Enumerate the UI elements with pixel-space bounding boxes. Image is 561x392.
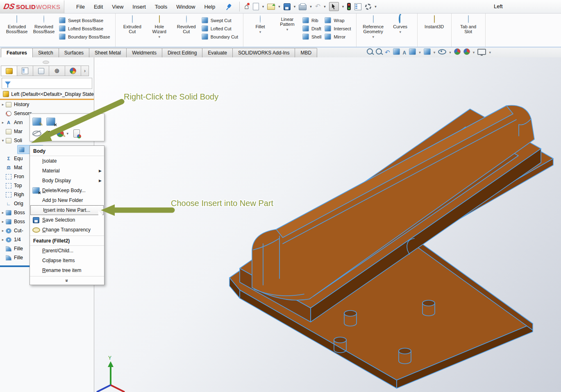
- edit-body-icon[interactable]: [32, 118, 41, 126]
- tree-expand-arrow[interactable]: ▸: [0, 220, 6, 224]
- tab-mbd[interactable]: MBD: [295, 48, 317, 57]
- tab-displaymanager[interactable]: [65, 66, 81, 76]
- undo-dropdown-icon[interactable]: ▾: [324, 5, 326, 9]
- ribbon-boundary-cut-button[interactable]: Boundary Cut: [202, 34, 238, 40]
- ribbon-shell-button[interactable]: Shell: [302, 34, 321, 40]
- hole-wizard-dropdown-icon[interactable]: ▾: [146, 35, 173, 39]
- print-dropdown-icon[interactable]: ▾: [310, 5, 312, 9]
- tab-featuremanager[interactable]: [1, 66, 17, 76]
- view-orientation-dropdown-icon[interactable]: ▾: [419, 50, 421, 54]
- hide-show-items-dropdown-icon[interactable]: ▾: [449, 50, 451, 54]
- menu-expand-chevron[interactable]: »: [30, 276, 104, 284]
- hide-body-icon[interactable]: [32, 131, 41, 136]
- ribbon-tab-and-slot-button[interactable]: Tab andSlot: [455, 15, 482, 34]
- ribbon-swept-boss-base-button[interactable]: Swept Boss/Base: [59, 17, 110, 23]
- view-zoom-to-fit-button[interactable]: [367, 48, 373, 56]
- view-view-settings-button[interactable]: [477, 48, 486, 57]
- ribbon-lofted-boss-base-button[interactable]: Lofted Boss/Base: [59, 25, 110, 32]
- move-body-icon[interactable]: ↥: [46, 129, 52, 137]
- display-style-dropdown-icon[interactable]: ▾: [434, 50, 436, 54]
- qbtn-document-properties[interactable]: [353, 2, 363, 11]
- view-view-orientation-button[interactable]: [409, 48, 416, 57]
- new-document-dropdown-icon[interactable]: ▾: [262, 5, 264, 9]
- menu-help[interactable]: Help: [200, 1, 220, 12]
- menu-file[interactable]: File: [72, 1, 89, 12]
- tree-expand-arrow[interactable]: ▸: [0, 229, 6, 233]
- edit-appearance-icon[interactable]: [57, 130, 64, 137]
- delete-body-icon[interactable]: [46, 118, 55, 126]
- qbtn-select[interactable]: [328, 1, 340, 12]
- view-display-style-button[interactable]: [424, 48, 431, 57]
- panel-tabs-overflow[interactable]: ›: [81, 66, 89, 76]
- ribbon-boundary-boss-base-button[interactable]: Boundary Boss/Base: [59, 34, 110, 40]
- ribbon-instant3d-button[interactable]: Instant3D: [421, 15, 448, 29]
- tree-expand-arrow[interactable]: ▸: [0, 102, 6, 106]
- ribbon-intersect-button[interactable]: Intersect: [325, 25, 351, 32]
- copy-appearance-icon[interactable]: [73, 129, 80, 138]
- menu-item-insert-into-new-part[interactable]: Insert into New Part...: [30, 205, 104, 215]
- tab-direct-editing[interactable]: Direct Editing: [162, 48, 202, 57]
- curves-dropdown-icon[interactable]: ▾: [387, 30, 414, 34]
- panel-splitter-grip[interactable]: [43, 61, 49, 64]
- tab-weldments[interactable]: Weldments: [126, 48, 162, 57]
- menu-insert[interactable]: Insert: [128, 1, 150, 12]
- tab-features[interactable]: Features: [1, 48, 33, 57]
- tab-sheet-metal[interactable]: Sheet Metal: [89, 48, 127, 57]
- view-hide-show-items-button[interactable]: [438, 49, 446, 56]
- tab-evaluate[interactable]: Evaluate: [202, 48, 233, 57]
- ribbon-swept-cut-button[interactable]: Swept Cut: [202, 17, 238, 23]
- view-edit-appearance-button[interactable]: [454, 48, 461, 57]
- reference-geometry-dropdown-icon[interactable]: ▾: [360, 35, 387, 39]
- tab-sketch[interactable]: Sketch: [32, 48, 59, 57]
- menu-window[interactable]: Window: [172, 1, 200, 12]
- qbtn-traffic-light[interactable]: [346, 2, 352, 11]
- qbtn-new-document[interactable]: [252, 2, 260, 11]
- ribbon-fillet-button[interactable]: Fillet▾: [247, 15, 274, 34]
- menu-item-parent-child[interactable]: Parent/Child...: [30, 246, 104, 256]
- ribbon-revolved-boss-base-button[interactable]: RevolvedBoss/Base: [30, 15, 57, 34]
- qbtn-save[interactable]: [282, 2, 292, 11]
- tree-expand-arrow[interactable]: ▸: [0, 211, 6, 215]
- menu-item-add-to-new-folder[interactable]: Add to New Folder: [30, 195, 104, 205]
- ribbon-mirror-button[interactable]: Mirror: [325, 34, 351, 40]
- tree-item-history[interactable]: ▸History: [0, 100, 94, 109]
- view-settings-dropdown-icon[interactable]: ▾: [489, 50, 491, 54]
- menu-item-save-selection[interactable]: Save Selection: [30, 215, 104, 225]
- tab-surfaces[interactable]: Surfaces: [59, 48, 89, 57]
- 3d-model-canvas[interactable]: Y: [94, 57, 561, 392]
- tree-expand-arrow[interactable]: ▾: [0, 138, 6, 143]
- view-previous-view-button[interactable]: ↶: [385, 49, 390, 56]
- linear-pattern-dropdown-icon[interactable]: ▾: [274, 27, 301, 32]
- qbtn-options[interactable]: [364, 3, 372, 11]
- view-apply-scene-button[interactable]: [463, 48, 470, 57]
- menu-item-change-transparency[interactable]: Change Transparency: [30, 225, 104, 235]
- pin-menu-icon[interactable]: [226, 4, 232, 9]
- ribbon-rib-button[interactable]: Rib: [302, 17, 321, 23]
- tree-root-item[interactable]: Left (Default<<Default>_Display State: [0, 90, 94, 98]
- tab-configurationmanager[interactable]: [33, 66, 49, 76]
- menu-item-rename-tree-item[interactable]: Rename tree item: [30, 265, 104, 275]
- open-dropdown-icon[interactable]: ▾: [278, 5, 280, 9]
- ribbon-extruded-boss-base-button[interactable]: ExtrudedBoss/Base: [3, 15, 30, 34]
- qbtn-open[interactable]: [266, 3, 276, 11]
- menu-edit[interactable]: Edit: [89, 1, 107, 12]
- menu-item-material[interactable]: Material▶: [30, 166, 104, 176]
- ribbon-hole-wizard-button[interactable]: HoleWizard▾: [146, 15, 173, 39]
- ribbon-extruded-cut-button[interactable]: ExtrudedCut: [119, 15, 146, 34]
- view-zoom-to-area-button[interactable]: [376, 48, 382, 56]
- ribbon-wrap-button[interactable]: Wrap: [325, 17, 351, 23]
- ribbon-curves-button[interactable]: Curves▾: [387, 15, 414, 34]
- ribbon-linear-pattern-button[interactable]: LinearPattern▾: [274, 15, 301, 32]
- appearance-dropdown-icon[interactable]: ▾: [66, 131, 68, 136]
- ribbon-draft-button[interactable]: Draft: [302, 25, 321, 32]
- fillet-dropdown-icon[interactable]: ▾: [247, 30, 274, 34]
- ribbon-reference-geometry-button[interactable]: ReferenceGeometry▾: [360, 15, 387, 39]
- view-section-view-button[interactable]: [393, 48, 400, 57]
- menu-item-collapse-items[interactable]: Collapse Items: [30, 256, 104, 265]
- tab-dimxpert[interactable]: ⊕: [49, 66, 65, 76]
- tree-filter-box[interactable]: [2, 78, 92, 89]
- menu-view[interactable]: View: [107, 1, 128, 12]
- options-dropdown-icon[interactable]: ▾: [375, 5, 377, 9]
- ribbon-lofted-cut-button[interactable]: Lofted Cut: [202, 25, 238, 32]
- menu-item-delete-keep-body[interactable]: Delete/Keep Body...: [30, 186, 104, 195]
